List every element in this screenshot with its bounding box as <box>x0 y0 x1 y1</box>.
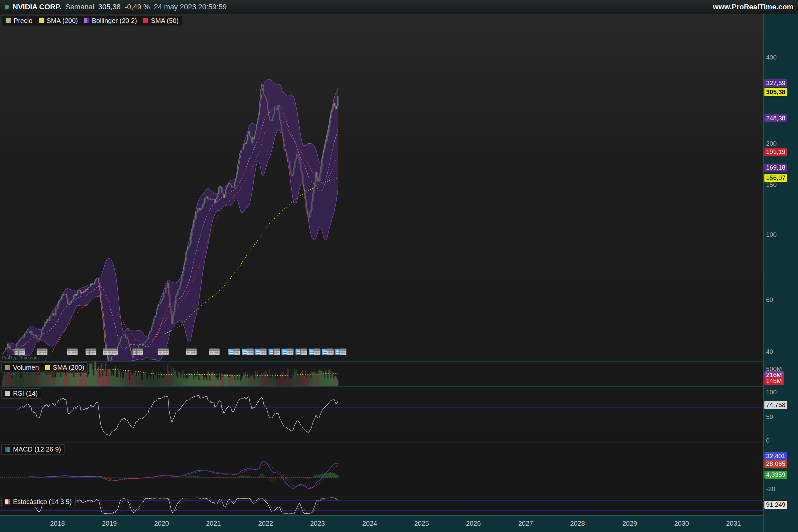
instrument-name: NVIDIA CORP. <box>13 3 61 11</box>
axis-label-price-60: 60 <box>764 296 775 304</box>
axis-label-macd-32_401: 32,401 <box>764 452 787 460</box>
calendar-event-icon[interactable] <box>247 348 254 355</box>
watermark: ProRealTime.com <box>2 355 39 360</box>
year-label-2018: 2018 <box>50 520 65 527</box>
legend-panel-price: PrecioSMA (200)Bollinger (20 2)SMA (50) <box>2 16 182 26</box>
year-label-2030: 2030 <box>674 520 689 527</box>
legend-color-chip <box>5 499 11 505</box>
calendar-event-icon[interactable] <box>260 348 267 355</box>
legend-color-chip <box>6 18 11 24</box>
calendar-event-icon[interactable] <box>233 348 240 355</box>
calendar-event-icon[interactable] <box>287 348 293 355</box>
calendar-event-icon[interactable] <box>300 348 307 355</box>
calendar-event-icon[interactable] <box>71 348 78 355</box>
legend-panel-stochastic: Estocástico (14 3 5) <box>1 497 75 507</box>
axis-label-rsi-50: 50 <box>764 413 775 421</box>
axis-label-price-400: 400 <box>764 54 778 61</box>
legend-volume-volumen[interactable]: Volumen <box>5 364 39 372</box>
legend-volume-sma-200-[interactable]: SMA (200) <box>45 364 84 372</box>
legend-main-precio[interactable]: Precio <box>6 17 33 25</box>
calendar-event-icon[interactable] <box>136 348 143 355</box>
panel-separator <box>0 496 763 496</box>
legend-label: SMA (200) <box>53 364 84 372</box>
instrument-icon <box>5 5 8 9</box>
legend-color-chip <box>5 446 11 452</box>
calendar-event-icon[interactable] <box>41 348 48 355</box>
calendar-event-icon[interactable] <box>213 348 220 355</box>
rsi-series-group <box>0 395 763 435</box>
year-label-2031: 2031 <box>726 520 741 527</box>
calendar-event-icon[interactable] <box>18 348 25 355</box>
legend-color-chip <box>45 365 51 370</box>
axis-label-price-156_07: 156,07 <box>764 174 787 182</box>
last-price-header: 305,38 <box>98 3 121 11</box>
axis-label-price-305_38: 305,38 <box>764 88 787 96</box>
legend-panel-macd: MACD (12 26 9) <box>1 444 65 455</box>
legend-color-chip <box>143 18 149 24</box>
calendar-event-icon[interactable] <box>314 348 321 355</box>
year-label-2022: 2022 <box>258 520 273 527</box>
calendar-event-icon[interactable] <box>111 348 118 355</box>
change-percent: -0,49 % <box>125 3 150 11</box>
axis-label-price-248_38: 248,38 <box>764 114 787 122</box>
legend-stochastic-estoc-stico-14-3-5-[interactable]: Estocástico (14 3 5) <box>5 498 72 506</box>
axis-label-volume-145M: 145M <box>764 377 784 385</box>
legend-color-chip <box>5 365 11 370</box>
axis-label-price-200: 200 <box>764 140 778 148</box>
axis-label-price-327_59: 327,59 <box>764 79 787 87</box>
timeframe-label: Semanal <box>65 3 94 11</box>
legend-label: MACD (12 26 9) <box>13 445 61 453</box>
year-label-2024: 2024 <box>362 520 377 527</box>
price-axis[interactable]: 400327,59305,38248,38200191,19169,18156,… <box>763 14 798 532</box>
year-label-2026: 2026 <box>466 520 481 527</box>
axis-label-macd-_20: -20 <box>764 485 777 493</box>
macd-series-group <box>0 461 339 489</box>
legend-label: RSI (14) <box>13 390 38 397</box>
panel-separator <box>0 361 763 362</box>
axis-label-price-100: 100 <box>764 231 778 239</box>
main-chart-canvas[interactable] <box>0 14 763 515</box>
axis-label-price-169_18: 169,18 <box>764 164 787 172</box>
axis-label-rsi-74_758: 74,758 <box>764 401 787 409</box>
time-axis[interactable]: 2018201920202021202220232024202520262027… <box>0 515 763 532</box>
legend-main-sma-50-[interactable]: SMA (50) <box>143 17 178 25</box>
legend-label: SMA (200) <box>46 17 78 25</box>
legend-color-chip <box>39 18 44 24</box>
legend-main-sma-200-[interactable]: SMA (200) <box>39 17 78 25</box>
legend-main-bollinger-20-2-[interactable]: Bollinger (20 2) <box>84 17 137 25</box>
stochastic-series-group <box>0 498 763 514</box>
legend-macd-macd-12-26-9-[interactable]: MACD (12 26 9) <box>5 445 61 453</box>
quote-datetime: 24 may 2023 20:59:59 <box>154 3 227 11</box>
axis-label-stochastic-91_249: 91,249 <box>764 501 787 509</box>
axis-label-rsi-100: 100 <box>764 388 778 396</box>
year-label-2019: 2019 <box>102 520 117 527</box>
legend-panel-rsi: RSI (14) <box>1 388 41 399</box>
year-label-2020: 2020 <box>154 520 169 527</box>
calendar-event-icon[interactable] <box>340 348 346 355</box>
year-label-2028: 2028 <box>570 520 585 527</box>
axis-label-price-191_19: 191,19 <box>764 148 787 156</box>
calendar-event-icon[interactable] <box>327 348 334 355</box>
calendar-event-icon[interactable] <box>190 348 197 355</box>
year-label-2021: 2021 <box>206 520 221 527</box>
title-bar: NVIDIA CORP. Semanal 305,38 -0,49 % 24 m… <box>0 0 798 14</box>
panel-separator <box>0 442 763 443</box>
legend-panel-volume: VolumenSMA (200) <box>1 362 88 373</box>
year-label-2029: 2029 <box>623 520 638 527</box>
calendar-event-icon[interactable] <box>273 348 280 355</box>
legend-label: SMA (50) <box>151 17 178 25</box>
year-label-2027: 2027 <box>518 520 533 527</box>
legend-rsi-rsi-14-[interactable]: RSI (14) <box>5 390 38 397</box>
axis-label-macd-28_065: 28,065 <box>764 460 787 468</box>
legend-label: Estocástico (14 3 5) <box>13 498 72 506</box>
prorealtime-link[interactable]: www.ProRealTime.com <box>713 3 793 11</box>
legend-label: Bollinger (20 2) <box>92 17 137 25</box>
calendar-event-icon[interactable] <box>90 348 96 355</box>
legend-label: Volumen <box>13 364 39 372</box>
axis-label-macd-4_3359: 4,3359 <box>764 471 787 479</box>
axis-label-rsi-0: 0 <box>764 437 772 444</box>
axis-label-price-40: 40 <box>764 348 775 356</box>
legend-color-chip <box>5 391 11 396</box>
axis-label-price-150: 150 <box>764 181 778 189</box>
calendar-event-icon[interactable] <box>162 348 169 355</box>
